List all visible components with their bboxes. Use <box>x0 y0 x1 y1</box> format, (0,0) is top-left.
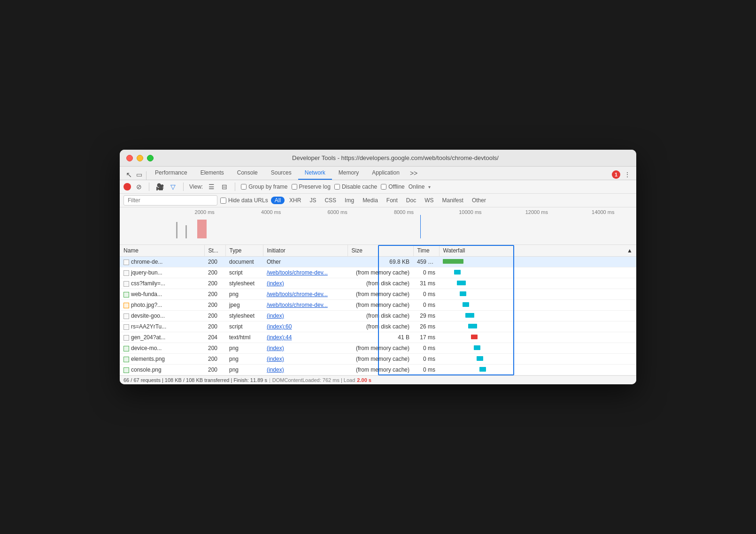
network-subtoolbar: ⊘ 🎥 ▽ View: ☰ ⊟ Group by frame Preserve … <box>120 180 636 194</box>
filter-js[interactable]: JS <box>306 197 320 204</box>
tab-memory[interactable]: Memory <box>332 167 365 180</box>
table-row[interactable]: chrome-de...200documentOther69.8 KB459 m… <box>120 257 636 267</box>
camera-icon[interactable]: 🎥 <box>155 182 164 191</box>
status-main: 66 / 67 requests | 108 KB / 108 KB trans… <box>123 377 267 383</box>
preserve-log-label[interactable]: Preserve log <box>292 183 331 190</box>
record-button[interactable] <box>123 183 131 191</box>
cell-initiator[interactable]: /web/tools/chrome-dev... <box>263 289 347 300</box>
filter-input[interactable] <box>123 195 217 206</box>
filter-other[interactable]: Other <box>468 197 490 204</box>
minimize-button[interactable] <box>137 155 143 161</box>
tab-network[interactable]: Network <box>298 167 332 180</box>
throttle-dropdown[interactable]: ▾ <box>428 184 431 190</box>
cell-initiator[interactable]: (index) <box>263 365 347 375</box>
more-tabs-button[interactable]: >> <box>406 167 421 180</box>
filter-doc[interactable]: Doc <box>402 197 420 204</box>
cell-waterfall <box>439 257 636 267</box>
cell-initiator[interactable]: (index):44 <box>263 332 347 343</box>
file-icon <box>123 313 129 319</box>
th-waterfall[interactable]: Waterfall ▲ <box>439 245 636 257</box>
cell-name: console.png <box>120 365 204 375</box>
file-icon <box>123 324 129 330</box>
table-row[interactable]: device-mo...200png(index)(from memory ca… <box>120 343 636 354</box>
th-name[interactable]: Name <box>120 245 204 257</box>
disable-cache-checkbox[interactable] <box>334 184 340 190</box>
group-by-frame-checkbox[interactable] <box>241 184 247 190</box>
filter-tags: All XHR JS CSS Img Media Font Doc WS Man… <box>271 197 490 204</box>
table-row[interactable]: devsite-goo...200stylesheet(index)(from … <box>120 311 636 321</box>
cell-time: 31 ms <box>413 278 439 289</box>
disable-cache-label[interactable]: Disable cache <box>334 183 377 190</box>
marker-4000: 4000 ms <box>238 209 304 215</box>
hide-data-urls-label[interactable]: Hide data URLs <box>220 197 268 204</box>
filter-xhr[interactable]: XHR <box>285 197 305 204</box>
offline-label[interactable]: Offline <box>381 183 404 190</box>
device-icon[interactable]: ▭ <box>134 169 144 180</box>
hide-data-urls-checkbox[interactable] <box>220 198 226 204</box>
table-row[interactable]: web-funda...200png/web/tools/chrome-dev.… <box>120 289 636 300</box>
filter-font[interactable]: Font <box>383 197 401 204</box>
cell-initiator[interactable]: (index) <box>263 343 347 354</box>
more-options-icon[interactable]: ⋮ <box>622 169 633 180</box>
cell-initiator[interactable]: /web/tools/chrome-dev... <box>263 300 347 311</box>
filter-all[interactable]: All <box>271 197 285 204</box>
filter-icon[interactable]: ▽ <box>168 182 177 191</box>
marker-10000: 10000 ms <box>437 209 503 215</box>
tab-elements[interactable]: Elements <box>194 167 231 180</box>
cell-size: (from memory cache) <box>347 267 413 278</box>
filter-ws[interactable]: WS <box>421 197 437 204</box>
cell-name: gen_204?at... <box>120 332 204 343</box>
cell-initiator[interactable]: /web/tools/chrome-dev... <box>263 267 347 278</box>
cursor-icon[interactable]: ↖ <box>123 169 134 180</box>
cell-name: chrome-de... <box>120 257 204 267</box>
offline-checkbox[interactable] <box>381 184 386 190</box>
cell-type: text/html <box>225 332 263 343</box>
table-row[interactable]: rs=AA2YrTu...200script(index):60(from di… <box>120 321 636 332</box>
cell-status: 200 <box>204 311 225 321</box>
close-button[interactable] <box>126 155 133 161</box>
cell-waterfall <box>439 332 636 343</box>
cell-waterfall <box>439 278 636 289</box>
cell-time: 29 ms <box>413 311 439 321</box>
tab-performance[interactable]: Performance <box>148 167 194 180</box>
filter-media[interactable]: Media <box>359 197 382 204</box>
cell-initiator[interactable]: (index) <box>263 354 347 365</box>
filter-css[interactable]: CSS <box>321 197 340 204</box>
cell-initiator: Other <box>263 257 347 267</box>
group-view-button[interactable]: ⊟ <box>220 182 229 191</box>
filter-row: Hide data URLs All XHR JS CSS Img Media … <box>120 194 636 207</box>
table-row[interactable]: elements.png200png(index)(from memory ca… <box>120 354 636 365</box>
cell-name: jquery-bun... <box>120 267 204 278</box>
error-badge: 1 <box>612 170 620 179</box>
group-by-frame-label[interactable]: Group by frame <box>241 183 287 190</box>
clear-button[interactable]: ⊘ <box>135 183 143 191</box>
cell-initiator[interactable]: (index) <box>263 278 347 289</box>
th-size[interactable]: Size <box>347 245 413 257</box>
cell-time: 0 ms <box>413 354 439 365</box>
tab-error-group: 1 ⋮ <box>612 169 633 180</box>
preserve-log-checkbox[interactable] <box>292 184 297 190</box>
tab-application[interactable]: Application <box>365 167 406 180</box>
table-row[interactable]: css?family=...200stylesheet(index)(from … <box>120 278 636 289</box>
table-row[interactable]: console.png200png(index)(from memory cac… <box>120 365 636 375</box>
cell-size: (from memory cache) <box>347 365 413 375</box>
table-row[interactable]: gen_204?at...204text/html(index):4441 B1… <box>120 332 636 343</box>
filter-manifest[interactable]: Manifest <box>439 197 467 204</box>
cell-initiator[interactable]: (index):60 <box>263 321 347 332</box>
tab-sources[interactable]: Sources <box>264 167 298 180</box>
table-row[interactable]: photo.jpg?...200jpeg/web/tools/chrome-de… <box>120 300 636 311</box>
file-icon <box>123 281 129 287</box>
tab-console[interactable]: Console <box>231 167 264 180</box>
list-view-button[interactable]: ☰ <box>207 182 216 191</box>
th-initiator[interactable]: Initiator <box>263 245 347 257</box>
th-time[interactable]: Time <box>413 245 439 257</box>
th-type[interactable]: Type <box>225 245 263 257</box>
cell-time: 26 ms <box>413 321 439 332</box>
maximize-button[interactable] <box>147 155 154 161</box>
cell-initiator[interactable]: (index) <box>263 311 347 321</box>
filter-img[interactable]: Img <box>341 197 358 204</box>
th-status[interactable]: St... <box>204 245 225 257</box>
table-row[interactable]: jquery-bun...200script/web/tools/chrome-… <box>120 267 636 278</box>
marker-2000: 2000 ms <box>171 209 238 215</box>
cell-waterfall <box>439 365 636 375</box>
